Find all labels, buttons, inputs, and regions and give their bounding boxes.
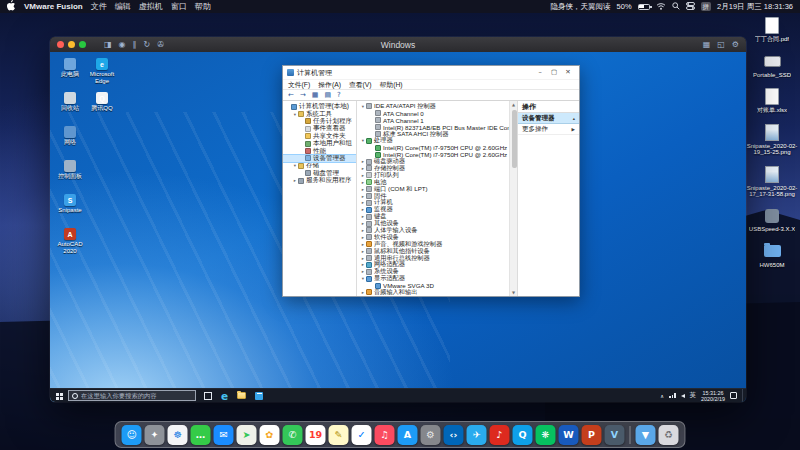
dock-maps[interactable]: ➤ [237,425,257,445]
back-icon[interactable]: ← [288,91,294,99]
menubar-menu[interactable]: 文件 [91,1,107,12]
menubar-menu[interactable]: 编辑 [115,1,131,12]
desktop-icon[interactable]: 控制面板 [55,160,85,180]
tree-item[interactable]: 设备管理器 [283,155,356,162]
action-center-icon[interactable] [730,392,737,399]
dock-app-store[interactable]: A [398,425,418,445]
dock-mail[interactable]: ✉ [214,425,234,445]
ime-indicator[interactable]: 英 [690,391,697,400]
dock-qq[interactable]: Q [513,425,533,445]
device-tree-item[interactable]: ▾IDE ATA/ATAPI 控制器 [359,103,507,110]
dock-calendar[interactable]: 19 [306,425,326,445]
start-button[interactable] [50,389,68,403]
scroll-up-icon[interactable]: ▲ [512,102,515,107]
apple-menu-icon[interactable] [7,0,16,13]
desktop-icon[interactable]: USBSpeed-3.X.X [745,208,799,233]
dock-system-preferences[interactable]: ⚙ [421,425,441,445]
dock-trash[interactable]: ♻ [659,425,679,445]
dock-messages[interactable]: … [191,425,211,445]
desktop-icon[interactable]: AAutoCAD 2020 [55,228,85,254]
volume-icon[interactable] [681,394,685,398]
network-icon[interactable] [669,393,676,398]
wifi-icon[interactable] [656,2,666,12]
dock-wechat[interactable]: ❋ [536,425,556,445]
show-desktop-button[interactable] [742,389,745,403]
menubar-menu[interactable]: 窗口 [171,1,187,12]
cm-menu[interactable]: 查看(V) [349,80,372,90]
properties-icon[interactable]: ▤ [324,91,331,99]
device-tree-item[interactable]: ATA Channel 1 [359,117,507,124]
control-center-icon[interactable] [686,2,695,12]
input-method-indicator[interactable]: 拼 [701,2,712,11]
dock-finder[interactable]: ☺ [122,425,142,445]
restart-icon[interactable]: ↻ [144,40,151,49]
desktop-icon[interactable]: Portable_SSD [745,53,799,79]
desktop-icon[interactable]: Snipaste_2020-02-19_15-25.png [745,124,799,156]
dock-vmware-fusion[interactable]: V [605,425,625,445]
desktop-icon[interactable]: SSnipaste [55,194,85,214]
close-button[interactable]: ✕ [561,66,575,79]
collapse-icon[interactable]: ▴ [573,116,575,121]
dock-facetime[interactable]: ✆ [283,425,303,445]
desktop-icon[interactable]: 网络 [55,126,85,146]
sidebar-toggle-icon[interactable]: ◨ [104,40,112,49]
suspend-icon[interactable]: ∥ [133,40,137,49]
snapshot-icon[interactable]: ✇ [157,40,164,49]
cm-menu[interactable]: 文件(F) [288,80,310,90]
store-icon[interactable] [255,392,263,400]
dock-powerpoint[interactable]: P [582,425,602,445]
minimize-button[interactable] [68,41,75,48]
actions-more[interactable]: 更多操作 ▶ [518,124,579,135]
desktop-icon[interactable]: Q腾讯QQ [87,92,117,112]
menubar-status-text[interactable]: 隐身侠，天翼阅读 [551,2,611,12]
power-icon[interactable]: ◉ [119,40,126,49]
desktop-icon[interactable]: HW650M [745,242,799,269]
task-view-icon[interactable] [204,392,212,400]
dock-word[interactable]: W [559,425,579,445]
tray-chevron-icon[interactable]: ∧ [660,393,664,399]
menubar-clock[interactable]: 2月19日 周三 18:31:36 [717,2,793,12]
desktop-icon[interactable]: eMicrosoft Edge [87,58,117,84]
device-tree-item[interactable]: ▾显示适配器 [359,275,507,282]
taskbar-clock[interactable]: 15:31:26 2020/2/19 [701,390,725,402]
vm-settings-icon[interactable]: ⚙ [732,40,739,49]
dock-music[interactable]: ♫ [375,425,395,445]
dock-safari[interactable]: ☸ [168,425,188,445]
desktop-icon[interactable]: 回收站 [55,92,85,112]
dock-vscode[interactable]: ‹› [444,425,464,445]
device-tree-item[interactable]: ▸音频输入和输出 [359,289,507,296]
maximize-button[interactable]: ▢ [547,66,561,79]
actions-group-device-manager[interactable]: 设备管理器 ▴ [518,113,579,124]
vmware-titlebar[interactable]: ◨◉∥↻✇ Windows ▦◱⚙ [50,37,746,52]
help-icon[interactable]: ? [337,91,341,99]
tree-item[interactable]: ▸服务和应用程序 [283,177,356,184]
dock-photos[interactable]: ✿ [260,425,280,445]
cm-menu[interactable]: 帮助(H) [380,80,403,90]
spotlight-search-icon[interactable] [672,2,680,12]
scrollbar-thumb[interactable] [512,110,517,168]
dock-notes[interactable]: ✎ [329,425,349,445]
dock-downloads[interactable]: ▼ [636,425,656,445]
device-list-scrollbar[interactable]: ▲ ▼ [509,101,517,296]
menubar-app-name[interactable]: VMware Fusion [24,2,83,11]
menubar-menu[interactable]: 虚拟机 [139,1,163,12]
fullscreen-icon[interactable]: ◱ [717,40,725,49]
dock-telegram[interactable]: ✈ [467,425,487,445]
dock-netease-music[interactable]: ♪ [490,425,510,445]
scroll-down-icon[interactable]: ▼ [512,290,515,295]
desktop-icon[interactable]: 对账单.xlsx [745,88,799,114]
search-input[interactable] [81,392,192,399]
zoom-button[interactable] [79,41,86,48]
taskbar-search[interactable] [68,390,196,401]
cm-menu[interactable]: 操作(A) [318,80,341,90]
desktop-icon[interactable]: 此电脑 [55,58,85,78]
dock-reminders[interactable]: ✓ [352,425,372,445]
cm-titlebar[interactable]: 计算机管理 –▢✕ [283,66,579,79]
dock-launchpad[interactable]: ✦ [145,425,165,445]
console-tree-icon[interactable]: ▦ [312,91,319,99]
file-explorer-icon[interactable] [237,392,246,399]
menubar-menu[interactable]: 帮助 [195,1,211,12]
display-settings-icon[interactable]: ▦ [703,40,711,49]
desktop-icon[interactable]: 丁丁合同.pdf [745,17,799,43]
close-button[interactable] [57,41,64,48]
